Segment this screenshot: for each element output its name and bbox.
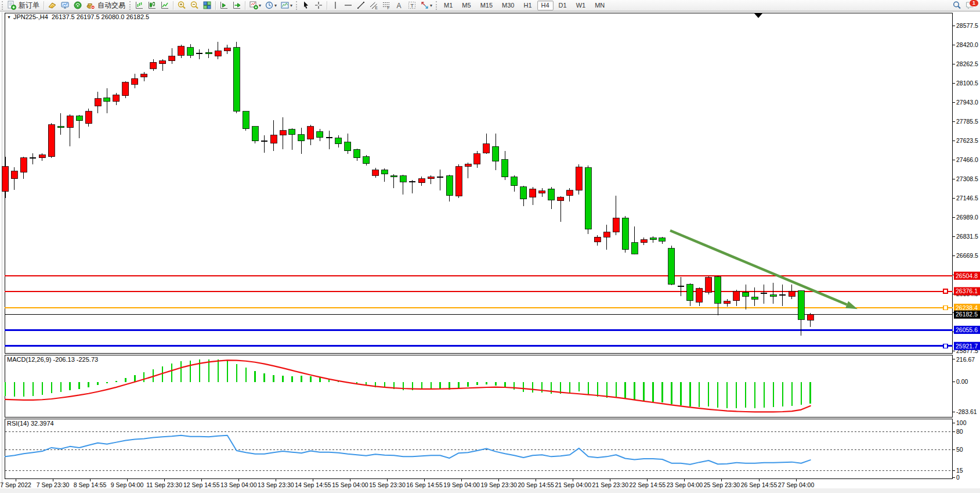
- navigator-button[interactable]: [71, 1, 84, 10]
- zoom-out-icon: [190, 1, 199, 10]
- toolbar-grip[interactable]: [129, 1, 131, 10]
- toolbar-separator: [44, 1, 44, 10]
- autotrading-button[interactable]: [84, 1, 97, 10]
- label-tool-button[interactable]: T: [406, 1, 418, 10]
- market-watch-button[interactable]: [59, 1, 71, 10]
- toolbar-grip[interactable]: [296, 1, 297, 10]
- zoom-out-button[interactable]: [188, 1, 201, 10]
- svg-text:27146.5: 27146.5: [956, 195, 978, 201]
- arrow-objects-icon: [420, 1, 429, 10]
- svg-text:26669.5: 26669.5: [956, 252, 978, 259]
- svg-text:21 Sep 04:00: 21 Sep 04:00: [555, 481, 592, 488]
- bar-chart-icon: [135, 1, 144, 10]
- svg-text:27 Sep 04:00: 27 Sep 04:00: [778, 481, 815, 488]
- profiles-button[interactable]: ▾: [263, 1, 279, 10]
- svg-text:27623.5: 27623.5: [956, 137, 978, 144]
- line-chart-mode-button[interactable]: [158, 1, 171, 10]
- macd-indicator-label: MACD(12,26,9) -206.13 -225.73: [7, 356, 98, 363]
- dropdown-caret-icon: ▾: [274, 3, 277, 8]
- toolbar-grip[interactable]: [436, 1, 437, 10]
- svg-text:A: A: [397, 2, 402, 10]
- autotrading-label[interactable]: 自动交易: [97, 1, 125, 10]
- channel-tool-button[interactable]: E: [367, 1, 380, 10]
- svg-text:27785.5: 27785.5: [956, 118, 978, 125]
- trendline-icon: [356, 1, 366, 10]
- dropdown-caret-icon: ▾: [259, 3, 261, 8]
- tile-windows-icon: [202, 1, 212, 10]
- timeframe-h4-button[interactable]: H4: [537, 1, 554, 10]
- svg-text:13 Sep 23:30: 13 Sep 23:30: [258, 481, 294, 488]
- arrows-tool-button[interactable]: ▾: [418, 1, 434, 10]
- timeframe-group: M1M5M15M30H1H4D1W1MN: [439, 1, 609, 10]
- fibonacci-icon: F: [382, 1, 391, 10]
- timeframe-m30-button[interactable]: M30: [498, 1, 518, 10]
- search-button[interactable]: [950, 1, 963, 10]
- new-order-icon: [7, 1, 16, 10]
- toolbar-separator: [215, 1, 216, 10]
- svg-text:25 Sep 23:30: 25 Sep 23:30: [704, 481, 740, 488]
- svg-text:28100.5: 28100.5: [956, 80, 978, 87]
- timeframe-w1-button[interactable]: W1: [572, 1, 590, 10]
- svg-text:100: 100: [956, 419, 967, 426]
- svg-text:21 Sep 23:30: 21 Sep 23:30: [592, 481, 629, 488]
- chart-shift-button[interactable]: [218, 1, 230, 10]
- svg-text:0: 0: [956, 474, 960, 481]
- crosshair-tool-button[interactable]: [312, 1, 325, 10]
- new-order-button[interactable]: [5, 1, 18, 10]
- text-tool-button[interactable]: A: [393, 1, 406, 10]
- fibonacci-tool-button[interactable]: F: [380, 1, 393, 10]
- text-label-icon: T: [407, 1, 417, 10]
- horizontal-line-tool-button[interactable]: [342, 1, 355, 10]
- line-chart-icon: [160, 1, 169, 10]
- timeframe-h1-button[interactable]: H1: [519, 1, 536, 10]
- svg-text:26989.0: 26989.0: [956, 214, 978, 221]
- new-chart-icon: [249, 1, 258, 10]
- crosshair-icon: [314, 1, 323, 10]
- svg-text:15 Sep 23:30: 15 Sep 23:30: [369, 481, 406, 488]
- templates-button[interactable]: ▾: [279, 1, 294, 10]
- clock-icon: [265, 1, 274, 10]
- notification-badge: 1: [969, 0, 979, 7]
- svg-text:7 Sep 2022: 7 Sep 2022: [0, 481, 31, 488]
- svg-text:0.00: 0.00: [956, 378, 968, 385]
- tile-windows-button[interactable]: [201, 1, 214, 10]
- svg-text:50: 50: [956, 446, 963, 453]
- timeframe-mn-button[interactable]: MN: [591, 1, 609, 10]
- svg-text:26504.8: 26504.8: [956, 272, 978, 279]
- chart-shift-icon: [219, 1, 229, 10]
- svg-text:15: 15: [956, 467, 963, 474]
- toolbar-grip[interactable]: [2, 1, 3, 10]
- candlestick-mode-button[interactable]: [146, 1, 158, 10]
- search-icon: [952, 1, 961, 10]
- vertical-line-tool-button[interactable]: [329, 1, 342, 10]
- cursor-arrow-icon: [301, 1, 310, 10]
- toolbar-separator: [327, 1, 327, 10]
- radar-orb-icon: [73, 1, 82, 10]
- trendline-tool-button[interactable]: [355, 1, 367, 10]
- new-order-label[interactable]: 新订单: [19, 1, 39, 10]
- auto-scroll-button[interactable]: [230, 1, 243, 10]
- zoom-in-icon: [177, 1, 186, 10]
- notifications-button[interactable]: 1: [963, 1, 977, 10]
- zoom-in-button[interactable]: [175, 1, 188, 10]
- svg-text:26 Sep 14:55: 26 Sep 14:55: [741, 481, 778, 488]
- timeframe-m15-button[interactable]: M15: [476, 1, 497, 10]
- chart-canvas[interactable]: 28577.528420.028262.528100.527943.027785…: [0, 0, 980, 493]
- new-chart-button[interactable]: ▾: [247, 1, 263, 10]
- text-tool-icon: A: [395, 1, 404, 10]
- dropdown-caret-icon: ▾: [430, 3, 432, 8]
- chart-style-button[interactable]: [46, 1, 59, 10]
- svg-text:7 Sep 23:30: 7 Sep 23:30: [37, 481, 70, 488]
- bar-chart-mode-button[interactable]: [133, 1, 146, 10]
- svg-text:F: F: [388, 6, 390, 10]
- svg-text:T: T: [410, 2, 414, 9]
- chart-dropdown-icon[interactable]: ▼: [7, 15, 11, 19]
- svg-text:23 Sep 04:00: 23 Sep 04:00: [667, 481, 703, 488]
- cursor-tool-button[interactable]: [299, 1, 312, 10]
- timeframe-m5-button[interactable]: M5: [458, 1, 475, 10]
- svg-text:26376.1: 26376.1: [956, 287, 978, 294]
- svg-text:27943.0: 27943.0: [956, 99, 978, 106]
- timeframe-d1-button[interactable]: D1: [555, 1, 571, 10]
- timeframe-m1-button[interactable]: M1: [440, 1, 457, 10]
- svg-text:12 Sep 14:55: 12 Sep 14:55: [183, 481, 220, 488]
